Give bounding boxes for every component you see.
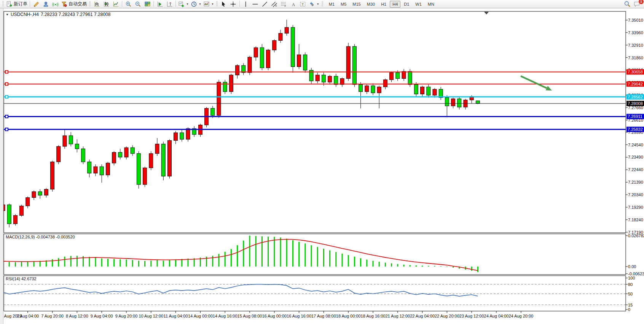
auto-scroll-button[interactable] (155, 0, 164, 8)
text-label-tool-button[interactable]: T (298, 0, 308, 8)
svg-text:7.18240: 7.18240 (628, 218, 643, 222)
new-order-icon (6, 1, 13, 7)
toolbar-grip (216, 1, 218, 7)
chart-title-dropdown-icon[interactable]: ▼ (6, 13, 9, 16)
svg-text:9 Aug 04:00: 9 Aug 04:00 (91, 314, 113, 318)
svg-text:7.33960: 7.33960 (628, 30, 643, 35)
svg-text:18 Aug 16:00: 18 Aug 16:00 (361, 314, 386, 318)
equidistant-channel-icon: E (271, 1, 277, 7)
toolbar-grip (2, 1, 4, 7)
macd-indicator-label: MACD(12,26,9) -0.004738 -0.003520 (6, 235, 75, 239)
separator (175, 1, 176, 7)
svg-text:24 Aug 04:00: 24 Aug 04:00 (484, 314, 509, 318)
autotrading-icon (61, 1, 67, 7)
svg-text:9 Aug 20:00: 9 Aug 20:00 (115, 314, 138, 318)
svg-text:23 Aug 12:00: 23 Aug 12:00 (459, 314, 484, 318)
trendline-icon (261, 1, 268, 7)
zoom-out-button[interactable] (133, 0, 142, 8)
equidistant-channel-tool-button[interactable]: E (270, 0, 279, 8)
new-order-label: 新订单 (14, 1, 27, 7)
autotrading-label: 自动交易 (69, 1, 87, 7)
clock-icon (191, 1, 197, 7)
text-tool-button[interactable]: A (289, 0, 298, 8)
toolbar: 新订单 自动交易 ▼ ▼ (0, 0, 644, 8)
svg-text:7.26911: 7.26911 (628, 114, 642, 119)
separator (122, 1, 122, 7)
timeframe-M1[interactable]: M1 (326, 1, 337, 8)
separator (153, 1, 154, 7)
zoom-out-icon (135, 1, 141, 7)
signals-button[interactable] (51, 0, 60, 8)
indicators-button[interactable]: ▼ (202, 0, 215, 8)
chevron-down-icon: ▼ (199, 3, 201, 5)
text-icon: A (290, 1, 296, 7)
timeframe-H1[interactable]: H1 (378, 1, 389, 8)
vertical-line-tool-button[interactable] (241, 0, 250, 8)
svg-text:15: 15 (628, 303, 633, 307)
chart-wizard-button[interactable] (32, 0, 41, 8)
chart-svg[interactable]: 7.350107.339607.329107.318607.308107.297… (0, 8, 644, 324)
arrows-tool-button[interactable]: ▼ (308, 0, 320, 8)
svg-text:18 Aug 00:00: 18 Aug 00:00 (336, 314, 361, 318)
svg-text:10 Aug 12:00: 10 Aug 12:00 (139, 314, 163, 318)
crosshair-icon (230, 1, 236, 7)
community-button[interactable] (41, 0, 50, 8)
bar-chart-mode-button[interactable] (92, 0, 101, 8)
chart-window[interactable]: 7.350107.339607.329107.318607.308107.297… (0, 8, 644, 324)
new-order-button[interactable]: 新订单 (5, 0, 28, 8)
autotrading-button[interactable]: 自动交易 (60, 0, 88, 8)
timeframe-M5[interactable]: M5 (338, 1, 349, 8)
timeframe-W1[interactable]: W1 (413, 1, 424, 8)
svg-text:F: F (285, 5, 286, 7)
chart-title-symbol: USDCNH-,H4 (11, 12, 39, 17)
svg-text:16 Aug 16:00: 16 Aug 16:00 (287, 314, 311, 318)
horizontal-line-tool-button[interactable] (251, 0, 260, 8)
svg-text:0.00: 0.00 (628, 264, 636, 269)
chart-wizard-icon (33, 1, 40, 7)
svg-text:11 Aug 04:00: 11 Aug 04:00 (164, 314, 188, 318)
svg-text:16 Aug 00:00: 16 Aug 00:00 (262, 314, 287, 318)
notifications-button[interactable]: 1 (632, 0, 641, 8)
timeframe-MN[interactable]: MN (425, 1, 437, 8)
svg-text:21 Aug 12:00: 21 Aug 12:00 (385, 314, 410, 318)
new-chart-button[interactable]: ▼ (177, 0, 190, 8)
line-chart-icon (113, 1, 119, 7)
svg-text:7.20340: 7.20340 (628, 192, 643, 197)
chevron-down-icon: ▼ (211, 3, 214, 5)
timeframe-H4[interactable]: H4 (390, 1, 400, 8)
price-axis[interactable]: 7.350107.339607.329107.318607.308107.297… (626, 18, 643, 235)
svg-text:7.32910: 7.32910 (628, 43, 643, 48)
new-chart-icon (178, 1, 185, 7)
timeframe-M15[interactable]: M15 (350, 1, 363, 8)
chart-title-ohlc: 7.28233 7.28243 7.27961 7.28008 (41, 12, 111, 17)
svg-text:80: 80 (628, 282, 633, 287)
chart-title: ▼ USDCNH-,H4 7.28233 7.28243 7.27961 7.2… (6, 12, 110, 17)
signals-icon (52, 1, 59, 7)
svg-text:7.29642: 7.29642 (628, 82, 643, 86)
fibonacci-icon: F (281, 1, 287, 7)
time-axis[interactable]: 4 Aug 20237 Aug 04:007 Aug 20:008 Aug 12… (1, 311, 533, 318)
line-chart-mode-button[interactable] (111, 0, 120, 8)
bar-chart-icon (94, 1, 100, 7)
svg-text:24 Aug 20:00: 24 Aug 20:00 (509, 314, 533, 318)
chart-shift-icon (166, 1, 173, 7)
window-left-grip[interactable] (0, 8, 3, 324)
zoom-in-button[interactable] (124, 0, 133, 8)
periods-button[interactable]: ▼ (190, 0, 202, 8)
svg-text:7.21390: 7.21390 (628, 180, 643, 184)
svg-text:7.19290: 7.19290 (628, 205, 643, 210)
svg-text:7 Aug 20:00: 7 Aug 20:00 (41, 314, 64, 318)
crosshair-tool-button[interactable] (229, 0, 238, 8)
cursor-tool-button[interactable] (219, 0, 228, 8)
svg-text:E: E (276, 5, 277, 7)
svg-text:17 Aug 08:00: 17 Aug 08:00 (311, 314, 336, 318)
timeframe-D1[interactable]: D1 (401, 1, 412, 8)
trendline-tool-button[interactable] (260, 0, 269, 8)
candlestick-mode-button[interactable] (102, 0, 111, 8)
chart-shift-button[interactable] (165, 0, 174, 8)
fibonacci-tool-button[interactable]: F (279, 0, 289, 8)
search-button[interactable] (623, 0, 632, 8)
timeframe-M30[interactable]: M30 (364, 1, 378, 8)
tile-windows-button[interactable] (143, 0, 152, 8)
svg-text:7.28562: 7.28562 (628, 95, 643, 99)
